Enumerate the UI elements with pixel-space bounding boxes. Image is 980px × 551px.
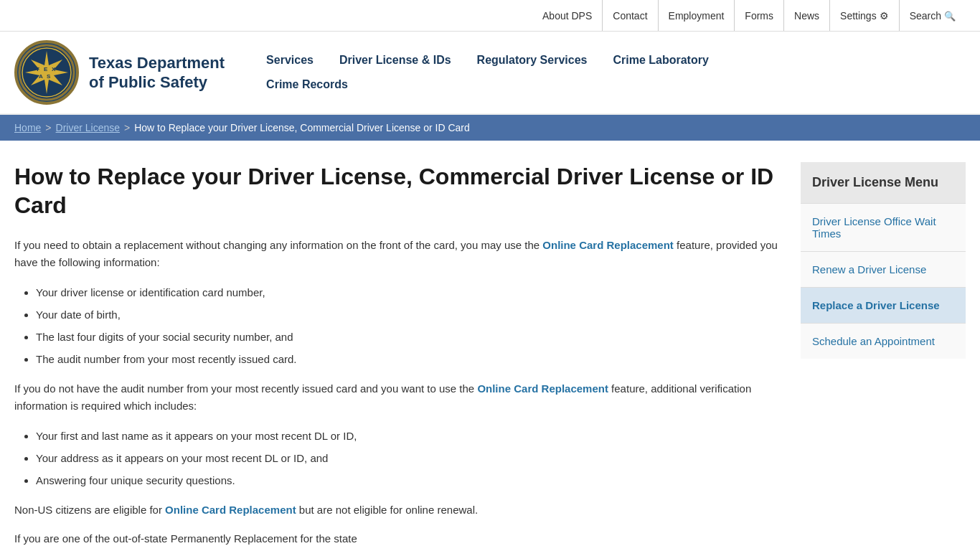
breadcrumb-sep-2: >	[124, 122, 130, 133]
main-layout: How to Replace your Driver License, Comm…	[0, 141, 980, 551]
sidebar-item-appointment[interactable]: Schedule an Appointment	[801, 323, 966, 359]
top-utility-bar: About DPS Contact Employment Forms News …	[0, 0, 980, 32]
settings-label: Settings	[840, 10, 877, 22]
online-card-replacement-link-3[interactable]: Online Card Replacement	[165, 504, 296, 516]
search-link[interactable]: Search	[900, 0, 966, 31]
list-item: Answering four unique security questions…	[36, 471, 779, 490]
nav-services[interactable]: Services	[253, 48, 326, 72]
svg-text:S: S	[47, 73, 51, 80]
sidebar: Driver License Menu Driver License Offic…	[801, 162, 966, 551]
svg-text:T: T	[36, 66, 39, 72]
nav-crime-records[interactable]: Crime Records	[253, 72, 361, 97]
list-item: Your address as it appears on your most …	[36, 448, 779, 468]
breadcrumb: Home > Driver License > How to Replace y…	[0, 115, 980, 141]
main-navigation: Services Driver License & IDs Regulatory…	[253, 48, 722, 97]
news-link[interactable]: News	[784, 0, 830, 31]
breadcrumb-current: How to Replace your Driver License, Comm…	[134, 122, 470, 133]
org-logo: T E X A S	[14, 40, 79, 105]
svg-text:A: A	[39, 73, 43, 80]
list-item: The last four digits of your social secu…	[36, 327, 779, 347]
nav-crime-laboratory[interactable]: Crime Laboratory	[600, 48, 721, 72]
settings-link[interactable]: Settings	[830, 0, 900, 31]
out-of-state-paragraph: If you are one of the out-of-state Perma…	[14, 530, 779, 547]
list-item: Your first and last name as it appears o…	[36, 426, 779, 446]
sidebar-item-renew[interactable]: Renew a Driver License	[801, 251, 966, 287]
svg-text:X: X	[52, 66, 56, 72]
search-icon	[941, 10, 956, 22]
gear-icon	[877, 10, 889, 22]
nav-regulatory-services[interactable]: Regulatory Services	[464, 48, 600, 72]
breadcrumb-home-link[interactable]: Home	[14, 122, 41, 133]
contact-link[interactable]: Contact	[603, 0, 658, 31]
svg-text:E: E	[44, 66, 48, 72]
employment-link[interactable]: Employment	[659, 0, 735, 31]
about-dps-link[interactable]: About DPS	[532, 0, 603, 31]
online-card-replacement-link-2[interactable]: Online Card Replacement	[477, 382, 608, 395]
site-header: T E X A S Texas Department of Public Saf…	[0, 32, 980, 115]
requirements-list-1: Your driver license or identification ca…	[36, 283, 779, 369]
sidebar-item-wait-times[interactable]: Driver License Office Wait Times	[801, 203, 966, 251]
main-content: How to Replace your Driver License, Comm…	[14, 162, 779, 551]
breadcrumb-driver-license-link[interactable]: Driver License	[56, 122, 120, 133]
list-item: The audit number from your most recently…	[36, 349, 779, 369]
page-title: How to Replace your Driver License, Comm…	[14, 162, 779, 220]
nav-row-2: Crime Records	[253, 72, 722, 97]
non-us-paragraph: Non-US citizens are eligible for Online …	[14, 501, 779, 519]
nav-driver-license-ids[interactable]: Driver License & IDs	[326, 48, 464, 72]
sidebar-menu-title: Driver License Menu	[801, 162, 966, 203]
requirements-list-2: Your first and last name as it appears o…	[36, 426, 779, 490]
sidebar-item-replace[interactable]: Replace a Driver License	[801, 287, 966, 323]
online-card-replacement-link-1[interactable]: Online Card Replacement	[542, 239, 674, 251]
list-item: Your date of birth,	[36, 305, 779, 324]
breadcrumb-sep-1: >	[45, 122, 51, 133]
nav-row-1: Services Driver License & IDs Regulatory…	[253, 48, 722, 72]
search-label: Search	[910, 10, 941, 22]
intro-paragraph-2: If you do not have the audit number from…	[14, 380, 779, 415]
intro-paragraph-1: If you need to obtain a replacement with…	[14, 237, 779, 271]
forms-link[interactable]: Forms	[735, 0, 784, 31]
org-name: Texas Department of Public Safety	[89, 53, 225, 93]
list-item: Your driver license or identification ca…	[36, 283, 779, 302]
logo-link[interactable]: T E X A S Texas Department of Public Saf…	[14, 40, 225, 105]
